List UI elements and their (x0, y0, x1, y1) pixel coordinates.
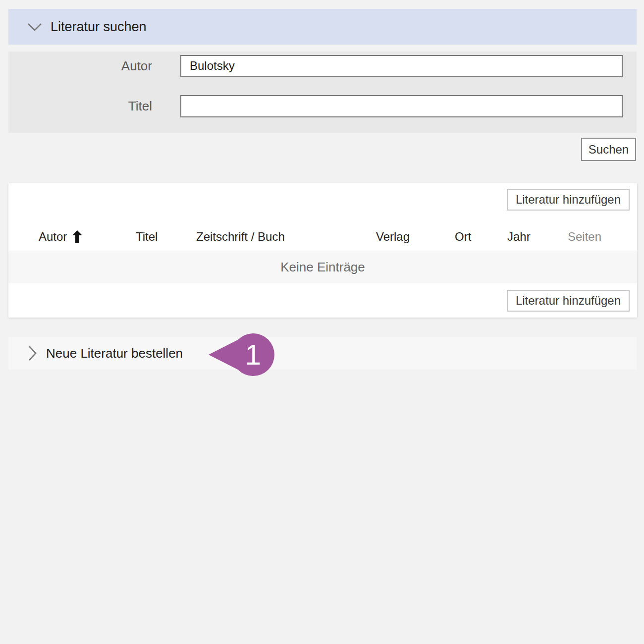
page: Literatur suchen Autor Titel Suchen Lite… (0, 0, 644, 644)
chevron-right-icon (28, 345, 37, 362)
column-header-verlag[interactable]: Verlag (376, 230, 410, 244)
form-row-titel: Titel (8, 95, 637, 117)
column-header-zeitschrift-buch[interactable]: Zeitschrift / Buch (196, 230, 285, 244)
section-title: Neue Literatur bestellen (46, 346, 183, 361)
column-header-autor[interactable]: Autor (39, 230, 82, 244)
titel-input[interactable] (180, 95, 623, 117)
arrow-up-icon (72, 230, 82, 243)
form-row-autor: Autor (8, 54, 637, 77)
column-header-seiten[interactable]: Seiten (568, 230, 601, 244)
autor-label: Autor (8, 58, 152, 74)
column-header-autor-label: Autor (39, 230, 67, 244)
literatur-hinzufuegen-button-bottom[interactable]: Literatur hinzufügen (507, 290, 630, 312)
section-title: Literatur suchen (51, 19, 147, 35)
column-header-titel[interactable]: Titel (136, 230, 158, 244)
annotation-number: 1 (237, 332, 269, 377)
literatur-hinzufuegen-button-top[interactable]: Literatur hinzufügen (507, 189, 630, 211)
suchen-button[interactable]: Suchen (581, 138, 636, 161)
search-form: Autor Titel (8, 52, 637, 133)
annotation-callout-1: 1 (207, 332, 276, 377)
results-panel: Literatur hinzufügen Autor Titel Zeitsch… (8, 183, 637, 318)
section-header-neue-literatur-bestellen[interactable]: Neue Literatur bestellen (8, 337, 637, 370)
chevron-down-icon (27, 22, 42, 32)
empty-results-row: Keine Einträge (8, 251, 637, 283)
titel-label: Titel (8, 99, 152, 114)
column-header-jahr[interactable]: Jahr (507, 230, 531, 244)
section-header-literatur-suchen[interactable]: Literatur suchen (8, 9, 637, 45)
column-header-ort[interactable]: Ort (455, 230, 471, 244)
autor-input[interactable] (180, 55, 623, 77)
